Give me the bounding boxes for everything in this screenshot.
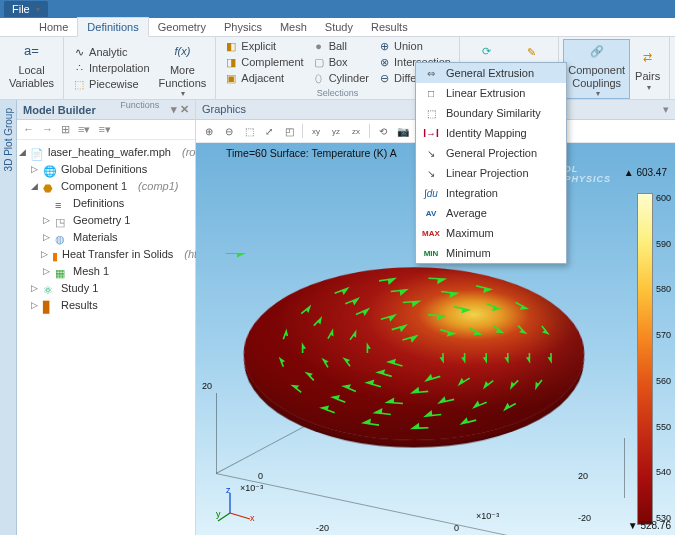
- tab-study[interactable]: Study: [316, 18, 362, 36]
- union-button[interactable]: ⊕Union: [373, 39, 455, 55]
- piecewise-button[interactable]: ⬚Piecewise: [68, 77, 154, 93]
- axis-label: -20: [578, 513, 591, 523]
- tree-results[interactable]: ▷▊Results: [19, 297, 193, 314]
- menu-identity-mapping[interactable]: I→IIdentity Mapping: [416, 123, 566, 143]
- camera-icon[interactable]: 📷: [394, 122, 412, 140]
- heat-icon: ▮: [52, 248, 58, 262]
- nav-back-icon[interactable]: ←: [23, 123, 34, 136]
- svg-marker-13: [378, 370, 384, 373]
- tab-geometry[interactable]: Geometry: [149, 18, 215, 36]
- tab-physics[interactable]: Physics: [215, 18, 271, 36]
- tree-materials[interactable]: ▷◍Materials: [19, 229, 193, 246]
- view-xz-icon[interactable]: zx: [347, 122, 365, 140]
- tree-mesh[interactable]: ▷▦Mesh 1: [19, 263, 193, 280]
- chevron-down-icon: ▾: [36, 5, 40, 14]
- functions-caption: Functions: [68, 99, 211, 111]
- adjacent-button[interactable]: ▣Adjacent: [220, 71, 307, 87]
- menu-linear-extrusion[interactable]: □Linear Extrusion: [416, 83, 566, 103]
- cylinder-button[interactable]: ⬯Cylinder: [308, 71, 373, 87]
- colorbar-max: ▲ 603.47: [624, 167, 667, 178]
- side-tab-3d-plot[interactable]: 3D Plot Group: [0, 100, 17, 535]
- globe-icon: 🌐: [43, 163, 57, 177]
- menu-maximum[interactable]: MAXMaximum: [416, 223, 566, 243]
- model-builder-toolbar: ← → ⊞ ≡▾ ≡▾: [17, 120, 195, 140]
- menu-linear-projection[interactable]: ↘Linear Projection: [416, 163, 566, 183]
- nav-fwd-icon[interactable]: →: [42, 123, 53, 136]
- menu-boundary-similarity[interactable]: ⬚Boundary Similarity: [416, 103, 566, 123]
- svg-marker-9: [463, 358, 465, 361]
- tree-root[interactable]: ◢📄laser_heating_wafer.mph (root): [19, 144, 193, 161]
- file-menu[interactable]: File ▾: [4, 1, 48, 17]
- tree-component[interactable]: ◢⬣Component 1 (comp1): [19, 178, 193, 195]
- svg-marker-33: [390, 315, 395, 320]
- tree-global-defs[interactable]: ▷🌐Global Definitions: [19, 161, 193, 178]
- svg-marker-97: [413, 424, 419, 428]
- svg-marker-35: [438, 315, 444, 319]
- explicit-button[interactable]: ◧Explicit: [220, 39, 307, 55]
- zoom-extents-icon[interactable]: ⤢: [260, 122, 278, 140]
- view-yz-icon[interactable]: yz: [327, 122, 345, 140]
- svg-marker-37: [475, 332, 480, 335]
- menu-integration[interactable]: ∫duIntegration: [416, 183, 566, 203]
- local-variables-button[interactable]: a= Local Variables: [4, 39, 59, 90]
- svg-line-16: [392, 327, 401, 330]
- probe-icon: ✎: [521, 42, 543, 64]
- interpolation-button[interactable]: ∴Interpolation: [68, 61, 154, 77]
- svg-line-70: [337, 399, 345, 402]
- zoom-out-icon[interactable]: ⊖: [220, 122, 238, 140]
- zoom-sel-icon[interactable]: ◰: [280, 122, 298, 140]
- coupling-icon: 🔗: [586, 40, 608, 62]
- svg-marker-109: [306, 307, 309, 312]
- tree-geometry[interactable]: ▷◳Geometry 1: [19, 212, 193, 229]
- svg-line-42: [445, 399, 454, 401]
- panel-dropdown-icon[interactable]: ▾: [663, 103, 669, 116]
- box-button[interactable]: ▢Box: [308, 55, 373, 71]
- complement-icon: ◨: [224, 56, 238, 70]
- more-functions-button[interactable]: f(x) More Functions▾: [154, 39, 212, 99]
- results-icon: ▊: [43, 299, 57, 313]
- tab-mesh[interactable]: Mesh: [271, 18, 316, 36]
- difference-icon: ⊖: [377, 72, 391, 86]
- menu-minimum[interactable]: MINMinimum: [416, 243, 566, 263]
- axis-triad: z x y: [216, 487, 260, 525]
- show-icon[interactable]: ≡▾: [98, 123, 110, 136]
- menu-general-extrusion[interactable]: ⇔General Extrusion: [416, 63, 566, 83]
- tab-definitions[interactable]: Definitions: [77, 17, 148, 37]
- minimum-icon: MIN: [422, 246, 440, 260]
- zoom-in-icon[interactable]: ⊕: [200, 122, 218, 140]
- geometry-icon: ◳: [55, 214, 69, 228]
- tree-heat-transfer[interactable]: ▷▮Heat Transfer in Solids (ht): [19, 246, 193, 263]
- svg-marker-75: [303, 345, 305, 348]
- menu-average[interactable]: AVAverage: [416, 203, 566, 223]
- pairs-icon: ⇄: [637, 46, 659, 68]
- svg-line-84: [487, 304, 495, 307]
- svg-line-18: [440, 330, 449, 333]
- view-xy-icon[interactable]: xy: [307, 122, 325, 140]
- velocity-arrows: [226, 253, 606, 473]
- svg-line-90: [538, 380, 542, 385]
- tree-definitions[interactable]: ≡Definitions: [19, 195, 193, 212]
- analytic-button[interactable]: ∿Analytic: [68, 45, 154, 61]
- pairs-button[interactable]: ⇄ Pairs▾: [630, 45, 665, 93]
- collapse-icon[interactable]: ≡▾: [78, 123, 90, 136]
- complement-button[interactable]: ◨Complement: [220, 55, 307, 71]
- tree-study[interactable]: ▷⚛Study 1: [19, 280, 193, 297]
- svg-line-28: [347, 362, 350, 367]
- general-projection-icon: ↘: [422, 146, 440, 160]
- default-view-icon[interactable]: ⟲: [374, 122, 392, 140]
- svg-marker-31: [353, 332, 355, 336]
- svg-marker-45: [387, 399, 393, 403]
- colorbar-ticks: 600 590 580 570 560 550 540 530: [656, 193, 671, 523]
- svg-line-92: [509, 404, 516, 408]
- tab-results[interactable]: Results: [362, 18, 417, 36]
- svg-marker-105: [280, 359, 283, 362]
- svg-line-86: [518, 326, 522, 331]
- local-variables-label: Local Variables: [9, 64, 54, 89]
- svg-marker-1: [238, 253, 244, 256]
- component-couplings-button[interactable]: 🔗 Component Couplings▾: [563, 39, 630, 99]
- ball-button[interactable]: ●Ball: [308, 39, 373, 55]
- tab-home[interactable]: Home: [30, 18, 77, 36]
- menu-general-projection[interactable]: ↘General Projection: [416, 143, 566, 163]
- zoom-box-icon[interactable]: ⬚: [240, 122, 258, 140]
- expand-icon[interactable]: ⊞: [61, 123, 70, 136]
